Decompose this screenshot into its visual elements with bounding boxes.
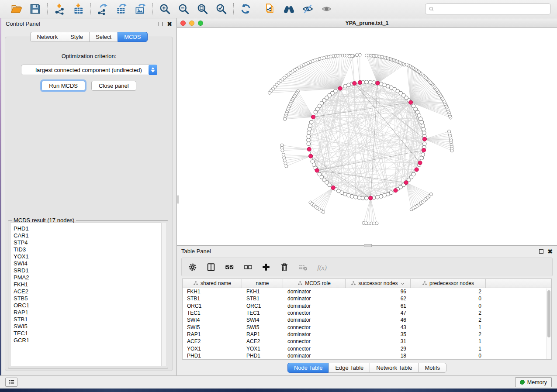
mcds-result-node[interactable]: RAP1 [14,309,166,316]
gear-icon[interactable] [188,262,197,272]
save-session-icon[interactable] [29,3,41,15]
tab-network-table[interactable]: Network Table [370,363,418,373]
tab-mcds[interactable]: MCDS [118,32,147,42]
cell-MCDS-role[interactable]: connector [283,324,346,330]
cell-shared-name[interactable]: FKH1 [183,289,242,295]
toolbar-search-field[interactable] [425,3,551,14]
column-header-name[interactable]: name [242,279,283,288]
mcds-result-node[interactable]: SRD1 [14,267,166,274]
tab-node-table[interactable]: Node Table [287,363,329,373]
mcds-result-node[interactable]: STP4 [14,239,166,246]
cell-name[interactable]: STB1 [242,296,283,302]
add-icon[interactable] [261,262,271,272]
import-network-icon[interactable] [54,3,66,15]
cell-shared-name[interactable]: STB1 [183,296,242,302]
cell-name[interactable]: SWI5 [242,324,283,330]
cell-predecessor-nodes[interactable]: 2 [411,331,486,337]
float-panel-icon[interactable] [159,22,163,26]
cell-predecessor-nodes[interactable]: 1 [411,346,486,352]
cell-successor-nodes[interactable]: 31 [346,338,411,344]
cell-name[interactable]: FKH1 [242,289,283,295]
zoom-out-icon[interactable] [178,3,190,15]
cell-successor-nodes[interactable]: 46 [346,317,411,323]
close-panel-icon[interactable]: ✖ [167,22,172,26]
run-mcds-button[interactable]: Run MCDS [42,81,85,91]
cell-MCDS-role[interactable]: dominator [283,303,346,309]
table-row-STB1[interactable]: STB1STB1dominator620 [183,295,551,302]
window-zoom-icon[interactable] [198,21,203,26]
cell-shared-name[interactable]: TEC1 [183,310,242,316]
cell-MCDS-role[interactable]: connector [283,346,346,352]
cell-predecessor-nodes[interactable]: 2 [411,289,486,295]
tab-edge-table[interactable]: Edge Table [329,363,370,373]
cell-successor-nodes[interactable]: 43 [346,324,411,330]
cell-name[interactable]: YOX1 [242,346,283,352]
search-input[interactable] [436,6,547,12]
cell-successor-nodes[interactable]: 96 [346,289,411,295]
tab-motifs[interactable]: Motifs [418,363,446,373]
table-row-SWI4[interactable]: SWI4SWI4dominator462 [183,316,551,323]
cell-successor-nodes[interactable]: 29 [346,346,411,352]
mcds-result-node[interactable]: YOX1 [14,253,166,260]
mcds-result-node[interactable]: FKH1 [14,281,166,288]
zoom-selected-icon[interactable] [215,3,227,15]
cell-predecessor-nodes[interactable]: 2 [411,310,486,316]
tab-style[interactable]: Style [64,32,89,42]
cell-name[interactable]: PHD1 [242,353,283,359]
table-row-FKH1[interactable]: FKH1FKH1dominator962 [183,288,551,295]
cell-shared-name[interactable]: SWI4 [183,317,242,323]
table-row-ORC1[interactable]: ORC1ORC1dominator610 [183,303,551,309]
cell-MCDS-role[interactable]: dominator [283,289,346,295]
memory-button[interactable]: Memory [515,377,552,387]
mcds-result-list[interactable]: PHD1CAR1STP4TID3YOX1SWI4SRD1PMA2FKH1ACE2… [10,223,166,366]
mcds-result-node[interactable]: STB1 [14,316,166,323]
deselect-all-icon[interactable] [243,262,253,272]
network-graph[interactable] [177,28,555,245]
cell-predecessor-nodes[interactable]: 0 [411,296,486,302]
mcds-result-node[interactable]: SWI4 [14,260,166,267]
cell-predecessor-nodes[interactable]: 1 [411,324,486,330]
cell-name[interactable]: ACE2 [242,338,283,344]
hide-graphics-details-icon[interactable] [302,3,314,15]
cell-name[interactable]: TEC1 [242,310,283,316]
export-network-icon[interactable] [97,3,109,15]
mcds-result-node[interactable]: PMA2 [14,274,166,281]
trash-icon[interactable] [280,262,289,272]
export-table-icon[interactable] [116,3,128,15]
cell-predecessor-nodes[interactable]: 0 [411,353,486,359]
cell-predecessor-nodes[interactable]: 1 [411,338,486,344]
search-neighbors-icon[interactable] [283,3,295,15]
mcds-result-node[interactable]: ORC1 [14,302,166,309]
table-row-PHD1[interactable]: PHD1PHD1dominator180 [183,352,551,359]
window-close-icon[interactable] [180,21,186,26]
export-image-icon[interactable] [135,3,146,15]
mcds-result-node[interactable]: PHD1 [14,225,166,232]
cell-shared-name[interactable]: PHD1 [183,353,242,359]
panel-menu-button[interactable] [5,378,17,387]
table-row-ACE2[interactable]: ACE2ACE2connector311 [183,338,551,345]
cell-shared-name[interactable]: SWI5 [183,324,242,330]
cell-MCDS-role[interactable]: connector [283,310,346,316]
table-row-SWI5[interactable]: SWI5SWI5connector431 [183,324,551,331]
cell-predecessor-nodes[interactable]: 2 [411,317,486,323]
tab-select[interactable]: Select [89,32,118,42]
columns-icon[interactable] [206,262,216,272]
cell-shared-name[interactable]: YOX1 [183,346,242,352]
table-row-RAP1[interactable]: RAP1RAP1dominator352 [183,331,551,338]
mcds-list-scrollbar[interactable] [161,223,166,366]
cell-MCDS-role[interactable]: dominator [283,353,346,359]
cell-successor-nodes[interactable]: 35 [346,331,411,337]
close-panel-button[interactable]: Close panel [91,81,136,91]
network-share-icon[interactable] [264,3,276,15]
mcds-result-node[interactable]: ACE2 [14,288,166,295]
mcds-result-node[interactable]: STB5 [14,295,166,302]
refresh-icon[interactable] [240,3,252,15]
cell-name[interactable]: ORC1 [242,303,283,309]
column-header-shared-name[interactable]: shared name [183,279,242,288]
mcds-result-node[interactable]: GCR1 [14,337,166,344]
mcds-result-node[interactable]: TID3 [14,246,166,253]
cell-MCDS-role[interactable]: dominator [283,296,346,302]
vertical-splitter-handle[interactable] [177,196,179,203]
window-minimize-icon[interactable] [189,21,194,26]
cell-successor-nodes[interactable]: 62 [346,296,411,302]
